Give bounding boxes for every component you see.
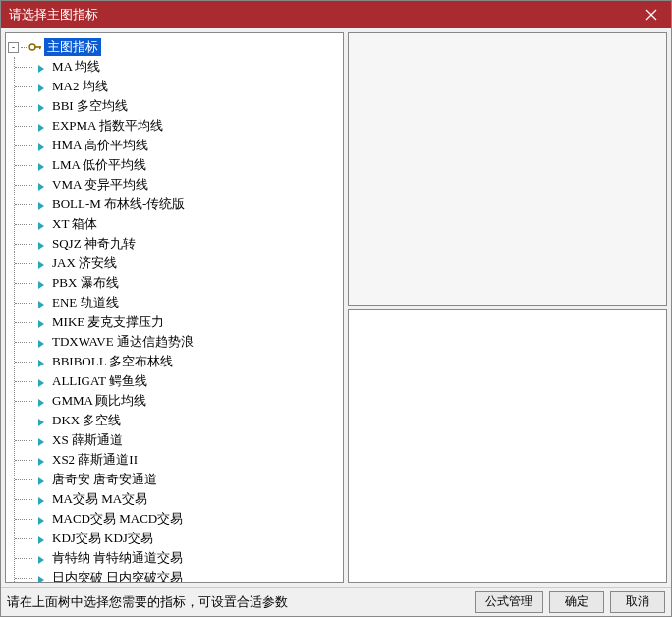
tree-branch: [15, 101, 36, 111]
leaf-icon: [36, 62, 46, 72]
tree-item[interactable]: XT 箱体: [15, 214, 341, 234]
leaf-icon: [36, 357, 46, 366]
tree-branch: [15, 573, 36, 583]
tree-branch: [15, 435, 36, 445]
tree-branch: [15, 455, 36, 465]
tree-branch: [15, 376, 36, 386]
tree-branch: [15, 494, 36, 504]
tree-item[interactable]: LMA 低价平均线: [15, 155, 341, 175]
tree-item-label: SQJZ 神奇九转: [50, 235, 138, 252]
close-icon: [645, 9, 657, 21]
tree-item[interactable]: ENE 轨道线: [15, 293, 341, 312]
tree-branch: [15, 317, 36, 327]
tree-branch: [15, 533, 36, 543]
tree-item-label: JAX 济安线: [50, 254, 119, 272]
tree-item[interactable]: XS2 薛斯通道II: [15, 450, 341, 470]
leaf-icon: [36, 121, 46, 131]
tree-item[interactable]: MA2 均线: [15, 77, 341, 96]
formula-manage-button[interactable]: 公式管理: [475, 591, 543, 613]
leaf-icon: [36, 553, 46, 563]
leaf-icon: [36, 573, 46, 583]
tree-item[interactable]: KDJ交易 KDJ交易: [15, 529, 341, 548]
tree-item-label: 肯特纳 肯特纳通道交易: [50, 549, 185, 567]
collapse-icon[interactable]: -: [8, 42, 19, 53]
tree-item-label: XS 薛斯通道: [50, 431, 125, 449]
tree-item-label: BBIBOLL 多空布林线: [50, 353, 175, 370]
leaf-icon: [36, 258, 46, 268]
tree-root-label[interactable]: 主图指标: [44, 38, 101, 56]
tree-item[interactable]: 日内突破 日内突破交易: [15, 568, 341, 583]
tree-item[interactable]: MA 均线: [15, 57, 341, 77]
tree-item[interactable]: VMA 变异平均线: [15, 175, 341, 195]
tree-branch: [15, 278, 36, 288]
tree-children: MA 均线MA2 均线BBI 多空均线EXPMA 指数平均线HMA 高价平均线L…: [14, 57, 341, 583]
leaf-icon: [36, 514, 46, 524]
title-bar: 请选择主图指标: [1, 1, 671, 28]
tree-branch: [15, 160, 36, 170]
tree-item[interactable]: BBIBOLL 多空布林线: [15, 352, 341, 371]
close-button[interactable]: [632, 1, 671, 28]
tree-item-label: DKX 多空线: [50, 412, 123, 429]
leaf-icon: [36, 337, 46, 347]
preview-pane: [348, 32, 667, 306]
tree-item-label: KDJ交易 KDJ交易: [50, 530, 155, 547]
tree-item[interactable]: TDXWAVE 通达信趋势浪: [15, 332, 341, 352]
tree-item[interactable]: JAX 济安线: [15, 253, 341, 273]
tree-item[interactable]: MACD交易 MACD交易: [15, 509, 341, 529]
tree-item[interactable]: 唐奇安 唐奇安通道: [15, 470, 341, 489]
tree-item-label: GMMA 顾比均线: [50, 392, 148, 410]
params-pane: [348, 309, 667, 583]
tree-branch: [15, 219, 36, 229]
tree-item[interactable]: EXPMA 指数平均线: [15, 116, 341, 136]
tree-item-label: MACD交易 MACD交易: [50, 510, 185, 528]
tree-branch: [15, 239, 36, 249]
tree-item-label: 唐奇安 唐奇安通道: [50, 471, 159, 488]
tree-item[interactable]: GMMA 顾比均线: [15, 391, 341, 411]
tree-item[interactable]: MIKE 麦克支撑压力: [15, 312, 341, 332]
tree-item[interactable]: 肯特纳 肯特纳通道交易: [15, 548, 341, 568]
tree-item[interactable]: ALLIGAT 鳄鱼线: [15, 371, 341, 391]
tree-item[interactable]: DKX 多空线: [15, 411, 341, 430]
leaf-icon: [36, 199, 46, 209]
tree-item-label: EXPMA 指数平均线: [50, 117, 165, 135]
cancel-button[interactable]: 取消: [610, 591, 665, 613]
main-area: - 主图指标 MA 均线MA2 均线BBI 多空均线EXPMA 指数平均线HMA…: [1, 28, 671, 587]
tree-branch: [15, 121, 36, 131]
tree-item[interactable]: PBX 瀑布线: [15, 273, 341, 293]
tree-item-label: MA交易 MA交易: [50, 490, 149, 508]
tree-pane[interactable]: - 主图指标 MA 均线MA2 均线BBI 多空均线EXPMA 指数平均线HMA…: [5, 32, 344, 583]
tree-item[interactable]: MA交易 MA交易: [15, 489, 341, 509]
leaf-icon: [36, 278, 46, 288]
tree-item[interactable]: BOLL-M 布林线-传统版: [15, 195, 341, 214]
tree-branch: [15, 357, 36, 366]
ok-button[interactable]: 确定: [549, 591, 604, 613]
tree-branch: [15, 416, 36, 425]
leaf-icon: [36, 298, 46, 308]
tree-item-label: MA2 均线: [50, 78, 110, 95]
tree-item-label: VMA 变异平均线: [50, 176, 150, 194]
tree-item[interactable]: HMA 高价平均线: [15, 136, 341, 155]
footer-bar: 请在上面树中选择您需要的指标，可设置合适参数 公式管理 确定 取消: [1, 587, 671, 616]
leaf-icon: [36, 101, 46, 111]
leaf-icon: [36, 317, 46, 327]
tree-root[interactable]: - 主图指标: [8, 37, 341, 57]
tree-item-label: ENE 轨道线: [50, 294, 121, 311]
window-title: 请选择主图指标: [9, 6, 632, 24]
tree-item[interactable]: SQJZ 神奇九转: [15, 234, 341, 253]
tree-branch: [15, 298, 36, 308]
key-icon: [28, 42, 42, 52]
leaf-icon: [36, 494, 46, 504]
tree-branch: [15, 396, 36, 406]
tree-branch: [15, 514, 36, 524]
tree-branch: [15, 82, 36, 91]
tree-item-label: XT 箱体: [50, 215, 99, 233]
footer-hint: 请在上面树中选择您需要的指标，可设置合适参数: [7, 593, 469, 611]
tree-item-label: XS2 薛斯通道II: [50, 451, 140, 469]
tree-item-label: ALLIGAT 鳄鱼线: [50, 372, 149, 390]
leaf-icon: [36, 416, 46, 425]
leaf-icon: [36, 376, 46, 386]
tree-item[interactable]: BBI 多空均线: [15, 96, 341, 116]
tree-item[interactable]: XS 薛斯通道: [15, 430, 341, 450]
leaf-icon: [36, 239, 46, 249]
tree-branch: [15, 140, 36, 150]
